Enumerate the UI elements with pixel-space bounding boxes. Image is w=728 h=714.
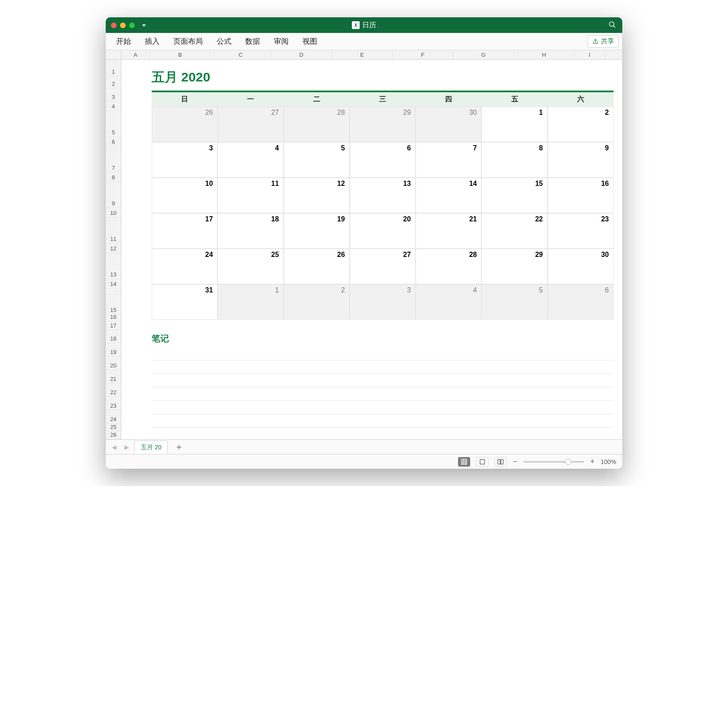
row-header[interactable]: 3 [106,88,121,101]
column-header[interactable]: I [575,50,605,59]
calendar-day-cell[interactable]: 14 [416,178,481,213]
zoom-slider[interactable] [523,461,584,463]
column-header[interactable]: H [514,50,575,59]
calendar-day-cell[interactable]: 20 [350,213,416,249]
ribbon-tab[interactable]: 视图 [296,36,324,46]
row-header[interactable]: 12 [106,243,121,253]
calendar-day-cell[interactable]: 1 [218,284,283,320]
row-header[interactable]: 5 [106,111,121,137]
row-header[interactable]: 8 [106,172,121,182]
calendar-day-cell[interactable]: 1 [481,107,547,142]
calendar-day-cell[interactable]: 23 [548,213,614,249]
calendar-day-cell[interactable]: 3 [152,142,218,178]
ribbon-tab[interactable]: 开始 [109,36,138,46]
calendar-day-cell[interactable]: 27 [350,249,416,284]
calendar-day-cell[interactable]: 16 [548,178,614,213]
share-button[interactable]: 共享 [588,35,619,48]
calendar-day-cell[interactable]: 11 [218,178,283,213]
zoom-window-button[interactable] [129,23,135,28]
calendar-day-cell[interactable]: 10 [152,178,218,213]
row-header[interactable]: 4 [106,101,121,111]
column-header[interactable]: F [393,50,453,59]
select-all-corner[interactable] [106,50,121,59]
calendar-day-cell[interactable]: 19 [284,213,350,249]
ribbon-tab[interactable]: 插入 [138,36,166,46]
ribbon-tab[interactable]: 页面布局 [166,36,210,46]
calendar-day-cell[interactable]: 21 [416,213,481,249]
close-window-button[interactable] [111,23,117,28]
calendar-day-cell[interactable]: 25 [218,249,283,284]
calendar-day-cell[interactable]: 2 [284,284,350,320]
calendar-day-cell[interactable]: 6 [548,284,614,320]
calendar-day-cell[interactable]: 29 [350,107,416,142]
zoom-out-button[interactable]: − [513,457,517,466]
calendar-day-cell[interactable]: 15 [481,178,547,213]
calendar-day-cell[interactable]: 7 [416,142,481,178]
ribbon-tab[interactable]: 数据 [238,36,267,46]
ribbon-tab[interactable]: 审阅 [267,36,296,46]
calendar-day-cell[interactable]: 24 [152,249,218,284]
row-header[interactable]: 6 [106,137,121,146]
row-header[interactable]: 26 [106,432,121,439]
row-header[interactable]: 9 [106,182,121,208]
search-icon[interactable] [608,21,616,30]
row-header[interactable]: 20 [106,357,121,370]
calendar-day-cell[interactable]: 5 [481,284,547,320]
note-line[interactable] [152,360,614,374]
minimize-window-button[interactable] [120,23,126,28]
calendar-day-cell[interactable]: 30 [548,249,614,284]
row-header[interactable]: 19 [106,343,121,357]
column-header[interactable]: A [121,50,150,59]
zoom-slider-thumb[interactable] [565,459,571,465]
calendar-day-cell[interactable]: 29 [481,249,547,284]
view-page-layout-button[interactable] [476,457,488,467]
row-header[interactable]: 23 [106,397,121,410]
calendar-day-cell[interactable]: 3 [350,284,416,320]
row-header[interactable]: 14 [106,279,121,289]
sheet-nav-next-icon[interactable]: ▶ [122,444,132,451]
calendar-day-cell[interactable]: 8 [481,142,547,178]
row-header[interactable]: 15 [106,289,121,315]
column-header[interactable]: C [211,50,271,59]
row-header[interactable]: 2 [106,76,121,88]
sheet-nav-prev-icon[interactable]: ◀ [109,444,119,451]
column-header[interactable]: D [271,50,332,59]
note-line[interactable] [152,401,614,414]
column-header[interactable]: G [453,50,514,59]
calendar-day-cell[interactable]: 28 [416,249,481,284]
row-header[interactable]: 1 [106,60,121,76]
calendar-day-cell[interactable]: 28 [284,107,350,142]
row-header[interactable]: 13 [106,253,121,279]
ribbon-tab[interactable]: 公式 [210,36,238,46]
note-line[interactable] [152,374,614,387]
calendar-day-cell[interactable]: 12 [284,178,350,213]
note-line[interactable] [152,387,614,401]
calendar-day-cell[interactable]: 13 [350,178,416,213]
worksheet-area[interactable]: 1234567891011121314151617181920212223242… [106,60,622,439]
row-header[interactable]: 22 [106,383,121,397]
column-header[interactable]: E [332,50,393,59]
row-header[interactable]: 24 [106,410,121,424]
column-header[interactable]: B [150,50,211,59]
row-header[interactable]: 18 [106,330,121,343]
note-line[interactable] [152,347,614,360]
calendar-day-cell[interactable]: 22 [481,213,547,249]
row-header[interactable]: 25 [106,424,121,432]
calendar-day-cell[interactable]: 30 [416,107,481,142]
calendar-day-cell[interactable]: 26 [152,107,218,142]
calendar-day-cell[interactable]: 4 [416,284,481,320]
row-header[interactable]: 7 [106,146,121,172]
notes-lines[interactable] [152,347,614,428]
row-header[interactable]: 17 [106,321,121,330]
note-line[interactable] [152,414,614,428]
calendar-day-cell[interactable]: 27 [218,107,283,142]
zoom-in-button[interactable]: + [590,457,595,466]
view-page-break-button[interactable] [494,457,507,467]
add-sheet-button[interactable]: ＋ [170,441,188,453]
calendar-day-cell[interactable]: 31 [152,284,218,320]
row-header[interactable]: 16 [106,315,121,321]
calendar-day-cell[interactable]: 18 [218,213,283,249]
calendar-day-cell[interactable]: 9 [548,142,614,178]
sheet-tab-active[interactable]: 五月 20 [134,441,168,454]
row-header[interactable]: 21 [106,370,121,383]
